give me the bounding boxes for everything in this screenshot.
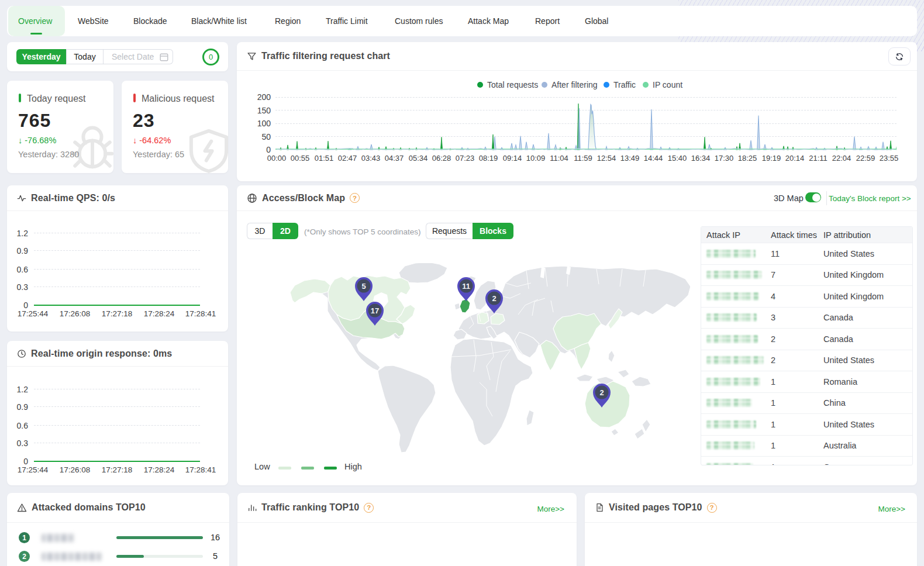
svg-text:2: 2	[492, 294, 496, 303]
svg-text:11: 11	[462, 282, 470, 291]
svg-text:17: 17	[371, 306, 379, 315]
svg-text:2: 2	[599, 388, 604, 397]
svg-text:5: 5	[361, 282, 366, 291]
